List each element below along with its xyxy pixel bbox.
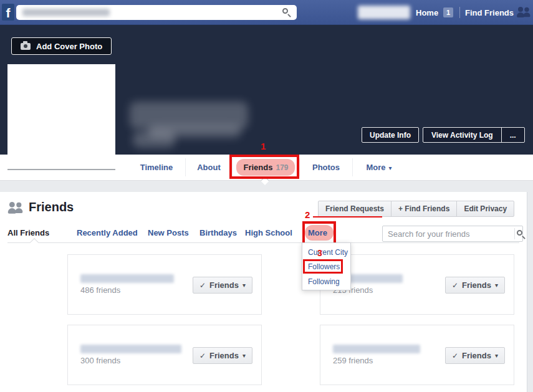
check-icon: ✓	[199, 351, 206, 360]
view-activity-log-button[interactable]: View Activity Log	[423, 128, 501, 142]
friend-name-redacted[interactable]	[80, 345, 181, 353]
tab-friends-label: Friends	[244, 163, 273, 172]
friend-requests-icon[interactable]	[517, 7, 532, 18]
subtab-all-friends[interactable]: All Friends	[7, 228, 49, 237]
more-options-button[interactable]: ...	[502, 128, 524, 142]
profile-name-redacted	[133, 131, 175, 148]
friends-status-button[interactable]: ✓ Friends ▾	[193, 277, 252, 294]
section-title: Friends	[29, 200, 74, 214]
find-friends-button[interactable]: + Find Friends	[391, 201, 456, 216]
profile-picture-redacted[interactable]	[7, 64, 115, 170]
subtab-birthdays[interactable]: Birthdays	[199, 228, 237, 237]
friends-icon	[8, 202, 26, 215]
tab-friends-count: 179	[276, 163, 288, 172]
friends-button-label: Friends	[462, 351, 491, 360]
search-divider	[514, 228, 515, 239]
top-navigation-bar: f Home 1 Find Friends	[0, 0, 533, 25]
person-icon	[15, 203, 22, 213]
chevron-down-icon: ▾	[242, 352, 246, 359]
chevron-down-icon: ▾	[242, 282, 246, 289]
friends-search-input[interactable]	[382, 226, 523, 242]
tab-photos[interactable]: Photos	[300, 155, 352, 180]
friend-requests-button[interactable]: Friend Requests	[319, 201, 391, 216]
edit-privacy-button[interactable]: Edit Privacy	[457, 201, 514, 216]
tab-about[interactable]: About	[186, 155, 232, 180]
global-search-box[interactable]	[16, 5, 297, 20]
friend-count: 259 friends	[333, 356, 373, 365]
tab-timeline[interactable]: Timeline	[128, 155, 185, 180]
friends-button-label: Friends	[209, 351, 239, 360]
subtab-more[interactable]: More	[308, 228, 327, 237]
friend-count: 486 friends	[80, 285, 120, 295]
add-cover-photo-label: Add Cover Photo	[36, 42, 102, 51]
friend-card: 300 friends ✓ Friends ▾	[67, 325, 262, 385]
friends-button-label: Friends	[462, 280, 491, 290]
friends-actions-group: Friend Requests + Find Friends Edit Priv…	[318, 201, 514, 217]
check-icon: ✓	[199, 281, 206, 290]
right-gutter	[527, 192, 533, 392]
menu-item-current-city[interactable]: Current City	[308, 248, 348, 257]
update-info-button[interactable]: Update Info	[362, 127, 419, 143]
friend-name-redacted[interactable]	[80, 274, 174, 283]
tab-friends[interactable]: Friends 179	[233, 155, 299, 180]
chevron-down-icon: ▾	[495, 352, 498, 359]
friend-card: 259 friends ✓ Friends ▾	[320, 325, 514, 385]
active-subtab-notch	[30, 238, 39, 247]
notification-count-badge[interactable]: 1	[443, 7, 453, 17]
check-icon: ✓	[452, 281, 458, 290]
friend-count: 300 friends	[80, 356, 120, 365]
subtab-new-posts[interactable]: New Posts	[148, 228, 189, 237]
friends-status-button[interactable]: ✓ Friends ▾	[193, 347, 252, 364]
person-icon	[523, 7, 530, 17]
tab-more[interactable]: More ▾	[353, 155, 405, 180]
subtab-high-school[interactable]: High School	[245, 228, 292, 237]
search-query-redacted	[22, 9, 110, 16]
search-icon[interactable]	[282, 8, 288, 14]
friend-name-redacted[interactable]	[333, 345, 420, 353]
friends-status-button[interactable]: ✓ Friends ▾	[445, 277, 505, 294]
facebook-logo-icon[interactable]: f	[2, 4, 14, 21]
camera-icon	[21, 43, 31, 50]
friend-card: 486 friends ✓ Friends ▾	[67, 254, 262, 315]
search-icon[interactable]	[517, 230, 522, 236]
friends-button-label: Friends	[209, 280, 239, 290]
home-link[interactable]: Home	[416, 8, 438, 17]
chevron-down-icon: ▾	[389, 165, 392, 171]
check-icon: ✓	[452, 351, 458, 360]
subtab-recently-added[interactable]: Recently Added	[77, 228, 138, 237]
subtab-underline	[7, 242, 519, 243]
chevron-down-icon: ▾	[495, 282, 498, 289]
add-cover-photo-button[interactable]: Add Cover Photo	[11, 37, 112, 55]
tab-more-label: More	[366, 163, 385, 172]
menu-item-followers[interactable]: Followers	[308, 262, 340, 271]
facebook-friends-page: f Home 1 Find Friends Add Cover Photo Up…	[0, 0, 533, 392]
menu-item-following[interactable]: Following	[308, 277, 340, 286]
friends-status-button[interactable]: ✓ Friends ▾	[445, 347, 505, 364]
activity-button-group: View Activity Log ...	[423, 127, 525, 143]
topbar-divider	[459, 7, 460, 18]
find-friends-link[interactable]: Find Friends	[465, 8, 514, 17]
profile-name-redacted[interactable]	[358, 6, 410, 19]
